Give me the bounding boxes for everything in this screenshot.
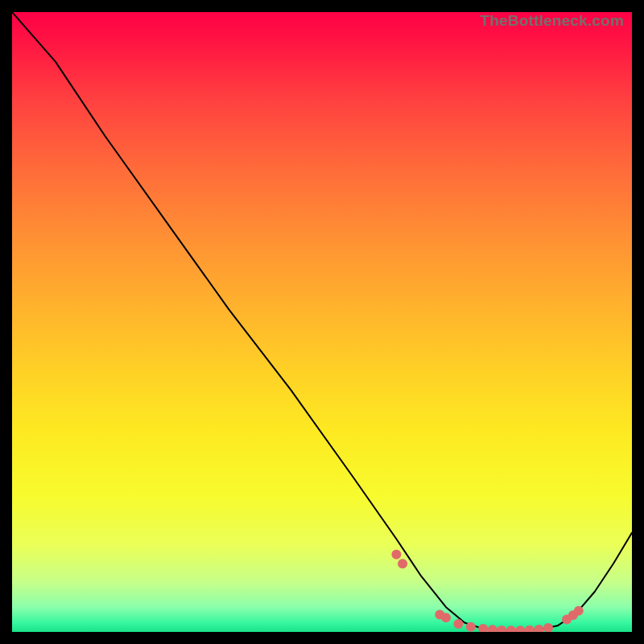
curve-marker — [506, 625, 516, 632]
curve-marker — [574, 606, 584, 616]
curve-marker — [535, 625, 544, 632]
curve-marker — [398, 559, 407, 568]
curve-marker — [478, 624, 488, 632]
curve-marker — [515, 625, 525, 632]
curve-marker — [488, 625, 497, 632]
curve-marker — [562, 615, 572, 625]
curve-marker — [435, 609, 444, 619]
bottleneck-curve — [12, 12, 632, 631]
chart-frame: TheBottleneck.com — [0, 0, 644, 644]
curve-marker — [391, 550, 401, 559]
curve-marker — [525, 625, 535, 632]
curve-marker — [497, 625, 506, 632]
curve-marker — [441, 613, 451, 622]
curve-marker — [543, 623, 553, 632]
curve-marker — [466, 622, 476, 632]
curve-marker — [568, 610, 578, 620]
curve-layer — [12, 12, 632, 632]
curve-marker — [453, 619, 463, 629]
plot-area: TheBottleneck.com — [12, 12, 632, 632]
attribution-label: TheBottleneck.com — [480, 12, 624, 30]
curve-markers — [391, 550, 583, 632]
